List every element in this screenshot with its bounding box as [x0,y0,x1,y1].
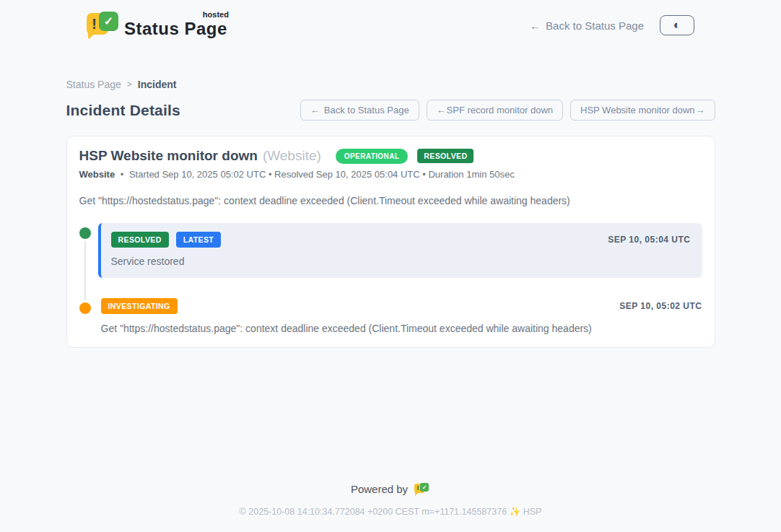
back-to-status-page-button[interactable]: ← Back to Status Page [300,100,419,121]
next-incident-button[interactable]: HSP Website monitor down → [570,100,715,121]
status-page-mini-logo-icon: ! ✓ [414,482,430,496]
checkmark-icon: ✓ [422,484,427,491]
incident-scope: (Website) [263,148,321,164]
incident-card-header: HSP Website monitor down (Website) OPERA… [79,148,702,164]
timeline-entry-body: INVESTIGATING SEP 10, 05:02 UTC Get "htt… [101,298,702,334]
latest-badge: LATEST [176,232,221,248]
half-circle-theme-icon: ◐ [673,18,681,32]
footer: Powered by ! ✓ © 2025-10-08 14:10:34.772… [66,482,715,517]
timeline-timestamp: SEP 10, 05:02 UTC [619,301,702,311]
incident-timeline: RESOLVED LATEST SEP 10, 05:04 UTC Servic… [79,223,702,334]
meta-separator: • [121,169,124,180]
logo-green-square: ✓ [99,12,118,31]
sparkles-icon: ✨ [510,507,521,517]
brand-name: Status Page [124,19,227,38]
timeline-entry-header: INVESTIGATING SEP 10, 05:02 UTC [101,298,702,314]
timeline-message: Get "https://hostedstatus.page": context… [101,323,702,334]
arrow-left-icon: ← [530,19,541,32]
timeline-entry-investigating: INVESTIGATING SEP 10, 05:02 UTC Get "htt… [79,298,702,334]
copyright-line: © 2025-10-08 14:10:34.772084 +0200 CEST … [66,506,715,517]
breadcrumb: Status Page > Incident [66,79,715,90]
operational-status-badge: OPERATIONAL [336,149,408,164]
powered-by-link[interactable]: Powered by ! ✓ [351,482,430,496]
brand-hosted-superscript: hosted [203,10,229,19]
incident-description: Get "https://hostedstatus.page": context… [79,195,702,206]
brand-logo[interactable]: ! ✓ Status Page hosted [87,10,227,40]
timeline-entry-body: RESOLVED LATEST SEP 10, 05:04 UTC Servic… [98,223,702,278]
page-title: Incident Details [66,102,180,119]
timeline-entry-header: RESOLVED LATEST SEP 10, 05:04 UTC [111,232,691,248]
header-right: ← Back to Status Page ◐ [530,15,694,35]
copyright-text: © 2025-10-08 14:10:34.772084 +0200 CEST … [240,507,507,517]
header-back-link[interactable]: ← Back to Status Page [530,19,644,32]
powered-by-label: Powered by [351,483,408,495]
logo-green-square: ✓ [420,483,429,492]
exclamation-icon: ! [417,484,419,492]
breadcrumb-incident: Incident [138,79,177,90]
checkmark-icon: ✓ [104,14,113,28]
timeline-badges: RESOLVED LATEST [111,232,222,248]
arrow-right-icon: → [696,105,705,115]
main-content: Status Page > Incident Incident Details … [66,79,715,517]
incident-nav-buttons: ← Back to Status Page ← SPF record monit… [300,100,715,121]
arrow-left-icon: ← [437,105,446,115]
incident-meta-details: Started Sep 10, 2025 05:02 UTC • Resolve… [129,169,515,180]
prev-incident-button[interactable]: ← SPF record monitor down [427,100,563,121]
timeline-entry-resolved: RESOLVED LATEST SEP 10, 05:04 UTC Servic… [79,223,702,278]
brand-text: Status Page hosted [124,10,227,39]
exclamation-icon: ! [92,15,97,32]
timeline-message: Service restored [111,256,691,267]
arrow-left-icon: ← [310,105,320,115]
timeline-timestamp: SEP 10, 05:04 UTC [608,235,690,245]
header: ! ✓ Status Page hosted ← Back to Status … [87,0,694,40]
resolved-status-badge: RESOLVED [417,149,474,163]
back-link-label: Back to Status Page [546,19,644,32]
incident-meta: Website • Started Sep 10, 2025 05:02 UTC… [79,169,702,180]
status-page-logo-icon: ! ✓ [87,10,118,40]
timeline-highlight-box: RESOLVED LATEST SEP 10, 05:04 UTC Servic… [98,223,702,278]
incident-card: HSP Website monitor down (Website) OPERA… [66,136,715,348]
breadcrumb-status-page[interactable]: Status Page [66,79,121,90]
theme-toggle-button[interactable]: ◐ [660,15,694,35]
copyright-suffix: HSP [523,507,542,517]
title-row: Incident Details ← Back to Status Page ←… [66,100,715,121]
timeline-dot-orange [79,302,91,314]
investigating-badge: INVESTIGATING [101,298,178,314]
incident-service-name: Website [79,169,115,180]
breadcrumb-separator: > [127,79,132,90]
timeline-dot-green [79,227,91,239]
resolved-badge: RESOLVED [111,232,169,248]
incident-title: HSP Website monitor down [79,148,258,164]
logo-bubble-tail [415,492,419,496]
